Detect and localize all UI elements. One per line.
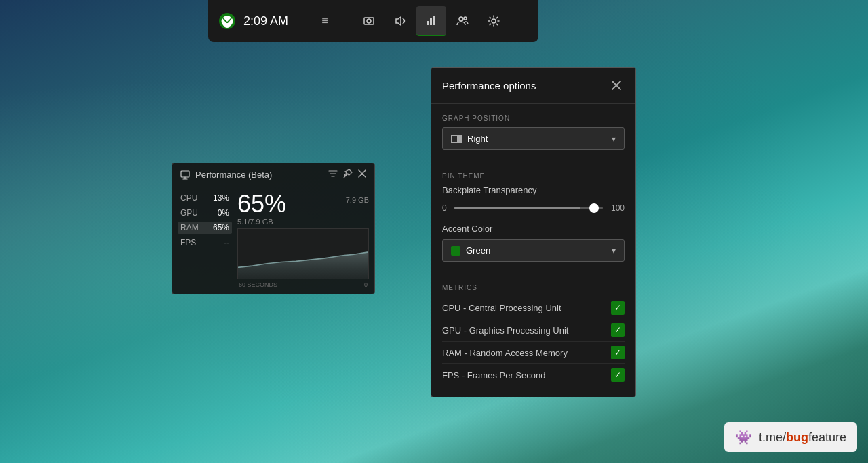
close-widget-icon[interactable] <box>358 169 366 180</box>
widget-content: CPU 13% GPU 0% RAM 65% FPS -- 65% <box>172 186 374 294</box>
color-swatch <box>451 246 460 256</box>
performance-options-panel: Performance options GRAPH POSITION Right… <box>431 67 636 397</box>
cpu-stat: CPU 13% <box>178 192 232 204</box>
dropdown-arrow-icon: ▾ <box>612 134 616 144</box>
metric-ram-label: RAM - Random Access Memory <box>442 348 568 358</box>
metric-fps-checkbox[interactable]: ✓ <box>611 368 625 382</box>
svg-point-7 <box>464 17 467 20</box>
ram-stat: RAM 65% <box>178 222 232 234</box>
graph-position-dropdown[interactable]: Right ▾ <box>442 127 625 150</box>
perf-stats: CPU 13% GPU 0% RAM 65% FPS -- <box>178 192 232 288</box>
metric-gpu-checkbox[interactable]: ✓ <box>611 323 625 337</box>
metric-ram-checkbox[interactable]: ✓ <box>611 346 625 359</box>
metrics-label: METRICS <box>442 284 625 291</box>
options-header: Performance options <box>431 68 635 104</box>
widget-title: Performance (Beta) <box>180 169 272 180</box>
slider-thumb <box>589 203 599 213</box>
widget-controls <box>328 169 366 180</box>
bar-separator <box>344 9 344 33</box>
transparency-slider-row: 0 100 <box>442 203 625 213</box>
watermark: 👾 t.me/bugfeature <box>724 422 857 452</box>
game-bar: 2:09 AM ≡ <box>208 0 538 42</box>
graph-position-label: GRAPH POSITION <box>442 115 625 122</box>
accent-color-value: Green <box>466 245 490 256</box>
accent-color-label: Accent Color <box>442 224 625 234</box>
metric-cpu-label: CPU - Central Processing Unit <box>442 303 561 313</box>
close-options-button[interactable] <box>608 77 625 94</box>
svg-point-2 <box>367 19 371 23</box>
options-body: GRAPH POSITION Right ▾ PIN THEME Backpla… <box>431 104 635 397</box>
perf-main: 65% 7.9 GB 5.1/7.9 GB <box>237 192 369 288</box>
pin-theme-label: PIN THEME <box>442 172 625 180</box>
xbox-icon <box>216 10 238 32</box>
bar-icons <box>354 6 509 36</box>
color-dropdown-left: Green <box>451 245 490 256</box>
dropdown-left: Right <box>451 134 488 144</box>
svg-line-10 <box>344 174 348 178</box>
section-divider-1 <box>442 161 625 161</box>
graph-end-label: 0 <box>364 281 368 288</box>
transparency-label: Backplate Transparency <box>442 185 625 195</box>
settings-button[interactable] <box>479 6 509 36</box>
menu-icon[interactable]: ≡ <box>315 12 334 31</box>
monitor-icon <box>180 170 190 180</box>
metric-fps-label: FPS - Frames Per Second <box>442 370 545 380</box>
performance-widget: Performance (Beta) <box>172 163 375 294</box>
metrics-section: METRICS CPU - Central Processing Unit ✓ … <box>442 284 625 386</box>
widget-header: Performance (Beta) <box>172 163 374 186</box>
memory-total: 7.9 GB <box>346 192 369 204</box>
metric-fps: FPS - Frames Per Second ✓ <box>442 364 625 386</box>
slider-min-value: 0 <box>442 203 449 213</box>
svg-rect-5 <box>433 16 435 25</box>
color-dropdown-arrow-icon: ▾ <box>612 246 616 256</box>
time-display: 2:09 AM <box>243 14 304 28</box>
perf-graph <box>237 228 369 279</box>
pin-icon[interactable] <box>343 169 353 180</box>
desktop-background: 2:09 AM ≡ <box>0 0 868 463</box>
metric-gpu-label: GPU - Graphics Processing Unit <box>442 325 568 336</box>
slider-fill <box>454 207 580 209</box>
transparency-slider[interactable] <box>454 207 603 209</box>
memory-used: 5.1/7.9 GB <box>237 218 369 226</box>
capture-button[interactable] <box>354 6 384 36</box>
svg-rect-4 <box>430 18 432 25</box>
gpu-stat: GPU 0% <box>178 207 232 219</box>
watermark-icon: 👾 <box>735 429 752 445</box>
svg-point-6 <box>459 17 463 21</box>
watermark-bug: bug <box>786 430 808 444</box>
slider-max-value: 100 <box>608 203 625 213</box>
svg-point-8 <box>492 19 496 23</box>
metric-cpu: CPU - Central Processing Unit ✓ <box>442 297 625 319</box>
audio-button[interactable] <box>385 6 415 36</box>
accent-color-dropdown[interactable]: Green ▾ <box>442 239 625 262</box>
position-icon <box>451 135 462 143</box>
graph-time-label: 60 SECONDS <box>239 281 277 288</box>
metric-ram: RAM - Random Access Memory ✓ <box>442 342 625 364</box>
party-button[interactable] <box>448 6 477 36</box>
watermark-text: t.me/bugfeature <box>759 430 846 445</box>
pin-theme-section: PIN THEME Backplate Transparency 0 100 A… <box>442 172 625 262</box>
metric-gpu: GPU - Graphics Processing Unit ✓ <box>442 319 625 342</box>
metric-cpu-checkbox[interactable]: ✓ <box>611 301 625 315</box>
ram-percentage: 65% <box>237 192 286 216</box>
graph-position-value: Right <box>467 134 488 144</box>
performance-button[interactable] <box>416 6 446 36</box>
section-divider-2 <box>442 273 625 273</box>
options-title: Performance options <box>442 80 536 92</box>
graph-labels: 60 SECONDS 0 <box>237 281 369 288</box>
svg-rect-3 <box>427 21 429 25</box>
fps-stat: FPS -- <box>178 237 232 249</box>
svg-rect-9 <box>181 171 189 177</box>
filter-icon[interactable] <box>328 169 338 180</box>
